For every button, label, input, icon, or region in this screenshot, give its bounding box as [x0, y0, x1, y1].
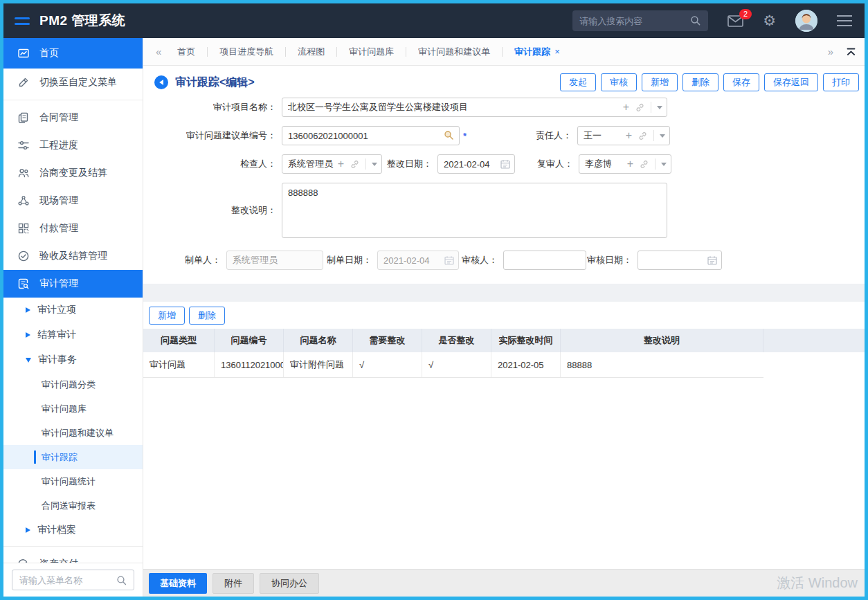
grid-delete-button[interactable]: 删除 [189, 307, 225, 325]
calendar-icon[interactable] [500, 159, 510, 169]
sidebar-item-audit[interactable]: 审计管理 [3, 270, 143, 298]
unlink-icon[interactable] [638, 131, 647, 140]
tab-flowchart[interactable]: 流程图 [286, 46, 336, 58]
page-header: 审计跟踪<编辑> 发起 审核 新增 删除 保存 保存返回 打印 [143, 66, 865, 98]
sidebar-item-acceptance[interactable]: 验收及结算管理 [3, 242, 143, 270]
sidebar-menu: 首页 切换至自定义菜单 合同管理 [3, 38, 143, 563]
tab-home[interactable]: 首页 [165, 46, 207, 58]
column-header[interactable]: 整改说明 [561, 329, 763, 352]
add-link-icon[interactable]: + [338, 158, 344, 170]
tab-strip: « 首页 项目进度导航 流程图 审计问题库 审计问题和建议单 [143, 38, 865, 66]
column-header[interactable]: 问题编号 [215, 329, 284, 352]
dropdown-arrow-icon[interactable] [657, 106, 662, 109]
project-name-input[interactable] [282, 98, 667, 117]
sidebar-item-site[interactable]: 现场管理 [3, 187, 143, 215]
sidebar-item-label: 审计管理 [39, 278, 78, 290]
tabs-scroll-right-icon[interactable]: » [824, 46, 838, 57]
search-icon[interactable] [690, 15, 701, 26]
bottom-tab-label: 附件 [224, 577, 242, 590]
column-header[interactable]: 需要整改 [353, 329, 422, 352]
sidebar-item-home[interactable]: 首页 [3, 38, 143, 69]
sidebar-item-asset-delivery[interactable]: 资产交付 [3, 550, 143, 563]
close-tab-icon[interactable]: × [554, 46, 560, 57]
dropdown-arrow-icon[interactable] [661, 163, 667, 166]
column-header[interactable]: 问题类型 [143, 329, 215, 352]
sidebar-item-issue-library[interactable]: 审计问题库 [3, 397, 143, 421]
save-return-button[interactable]: 保存返回 [764, 73, 818, 91]
sidebar-divider [3, 546, 143, 547]
add-button[interactable]: 新增 [642, 73, 678, 91]
chevron-right-icon [26, 332, 30, 338]
more-menu-icon[interactable] [837, 15, 852, 26]
app-title: PM2 管理系统 [39, 12, 125, 30]
tab-issue-library[interactable]: 审计问题库 [337, 46, 406, 58]
sidebar-item-issue-suggestion[interactable]: 审计问题和建议单 [3, 421, 143, 445]
sidebar-item-label: 审计事务 [38, 354, 77, 366]
column-header[interactable]: 问题名称 [284, 329, 353, 352]
sidebar-item-payment[interactable]: 付款管理 [3, 215, 143, 242]
save-button[interactable]: 保存 [723, 73, 759, 91]
tab-project-progress-nav[interactable]: 项目进度导航 [208, 46, 285, 58]
search-icon[interactable] [116, 575, 127, 586]
notification-badge: 2 [739, 9, 752, 19]
global-search[interactable] [572, 10, 708, 31]
messages-button[interactable]: 2 [727, 15, 743, 27]
sidebar-item-issue-stats[interactable]: 审计问题统计 [3, 469, 143, 493]
grid-add-button[interactable]: 新增 [149, 307, 185, 325]
settings-button[interactable]: ⚙ [763, 14, 776, 28]
initiate-button[interactable]: 发起 [560, 73, 596, 91]
auditor-input[interactable] [503, 251, 586, 270]
sidebar-item-label: 首页 [39, 47, 59, 60]
section-separator [143, 284, 865, 302]
unlink-icon[interactable] [350, 160, 359, 169]
column-header[interactable]: 实际整改时间 [491, 329, 561, 352]
inspector-label: 检查人： [143, 158, 282, 170]
bottom-tab-attachments[interactable]: 附件 [213, 573, 254, 594]
dropdown-arrow-icon[interactable] [372, 163, 377, 166]
bottom-tab-collaboration[interactable]: 协同办公 [260, 573, 319, 594]
sidebar-item-negotiation[interactable]: 洽商变更及结算 [3, 159, 143, 187]
global-search-input[interactable] [579, 16, 686, 26]
sidebar-item-contract-report[interactable]: 合同送审报表 [3, 493, 143, 518]
add-link-icon[interactable]: + [623, 102, 629, 113]
avatar[interactable] [795, 10, 817, 32]
collapse-up-icon[interactable] [846, 47, 856, 57]
tabs-scroll-left-icon[interactable]: « [152, 46, 165, 57]
calendar-icon[interactable] [707, 255, 717, 265]
add-link-icon[interactable]: + [627, 158, 633, 170]
sidebar-item-settlement-audit[interactable]: 结算审计 [3, 322, 143, 347]
tab-issue-suggestion[interactable]: 审计问题和建议单 [406, 46, 502, 58]
action-buttons: 发起 审核 新增 删除 保存 保存返回 打印 [560, 73, 859, 91]
suggestion-no-input[interactable] [282, 126, 460, 145]
auditor-label: 审核人： [459, 254, 503, 266]
review-button[interactable]: 审核 [601, 73, 637, 91]
table-row[interactable]: 审计问题 13601120210001 审计附件问题 √ √ 2021-02-0… [143, 352, 763, 378]
delete-button[interactable]: 删除 [682, 73, 718, 91]
sidebar-item-audit-affairs[interactable]: 审计事务 [3, 347, 143, 372]
back-button[interactable] [154, 75, 168, 89]
bottom-tab-basic-info[interactable]: 基础资料 [149, 573, 207, 594]
sidebar-item-contract[interactable]: 合同管理 [3, 104, 143, 131]
sidebar-item-audit-tracking[interactable]: 审计跟踪 [3, 445, 143, 469]
sidebar-item-label: 审计档案 [37, 524, 76, 536]
column-header[interactable]: 是否整改 [422, 329, 491, 352]
sidebar-item-progress[interactable]: 工程进度 [3, 131, 143, 159]
add-link-icon[interactable]: + [626, 130, 632, 141]
back-arrow-icon [158, 79, 165, 86]
print-button[interactable]: 打印 [823, 73, 859, 91]
lookup-icon[interactable] [444, 130, 454, 140]
sidebar-item-issue-category[interactable]: 审计问题分类 [3, 372, 143, 397]
sidebar-toggle-icon[interactable] [15, 17, 30, 25]
sidebar-item-label: 审计立项 [37, 304, 76, 316]
dropdown-arrow-icon[interactable] [660, 134, 665, 138]
unlink-icon[interactable] [635, 103, 644, 112]
cell-need-rectify: √ [353, 352, 422, 377]
tab-audit-tracking[interactable]: 审计跟踪 × [503, 46, 572, 58]
unlink-icon[interactable] [640, 160, 649, 169]
rectify-desc-textarea[interactable]: 888888 [282, 183, 667, 238]
sidebar-item-label: 合同送审报表 [42, 500, 96, 512]
sidebar-item-custom-menu[interactable]: 切换至自定义菜单 [3, 69, 143, 96]
sidebar-item-audit-project[interactable]: 审计立项 [3, 298, 143, 322]
sidebar-item-audit-archive[interactable]: 审计档案 [3, 518, 143, 543]
audit-date-field [638, 251, 722, 270]
